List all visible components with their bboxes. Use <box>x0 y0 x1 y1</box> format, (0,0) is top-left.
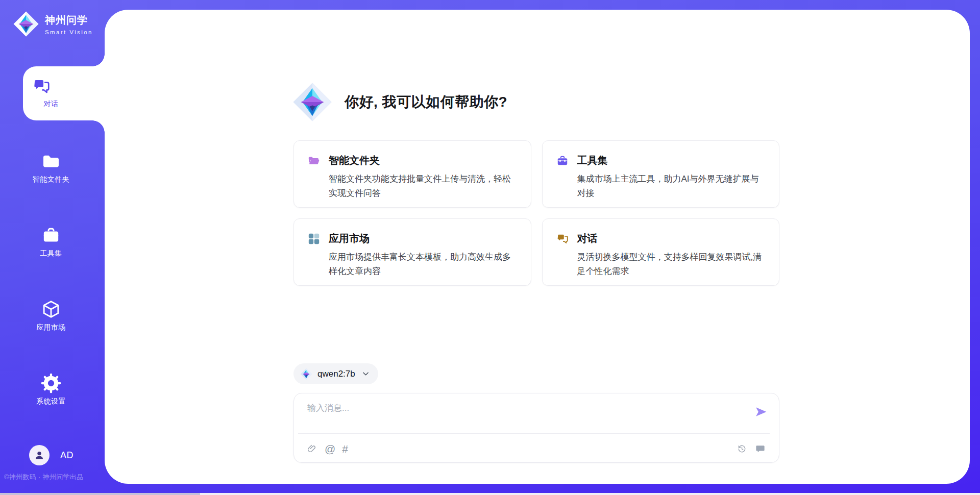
card-smart-folder[interactable]: 智能文件夹 智能文件夹功能支持批量文件上传与清洗，轻松实现文件问答 <box>293 140 531 208</box>
card-title: 工具集 <box>577 154 767 167</box>
chat-icon <box>556 232 569 245</box>
paperclip-icon[interactable] <box>307 443 318 455</box>
card-toolset[interactable]: 工具集 集成市场上主流工具，助力AI与外界无缝扩展与对接 <box>542 140 780 208</box>
greeting-block: 你好, 我可以如何帮助你? <box>292 82 507 122</box>
sidebar-item-settings[interactable]: 系统设置 <box>23 373 79 406</box>
chat-bubble-icon[interactable] <box>755 443 766 455</box>
user-profile[interactable]: AD <box>29 445 74 465</box>
card-desc: 灵活切换多模型文件，支持多样回复效果调试,满足个性化需求 <box>577 250 767 279</box>
sidebar-item-label: 工具集 <box>23 249 79 258</box>
sidebar-item-toolset[interactable]: 工具集 <box>23 225 79 258</box>
sidebar-item-label: 系统设置 <box>23 397 79 406</box>
model-selector[interactable]: qwen2:7b <box>293 363 378 384</box>
sidebar-item-label: 对话 <box>23 100 79 109</box>
brand: 神州问学 Smart Vision <box>13 11 93 37</box>
diamond-logo-icon <box>13 11 39 37</box>
scrollbar-thumb[interactable] <box>0 493 200 495</box>
copyright-note: ©神州数码 · 神州问学出品 <box>4 473 83 482</box>
grid-icon <box>307 232 321 245</box>
chat-icon <box>32 77 51 96</box>
composer-divider <box>298 433 770 434</box>
card-title: 智能文件夹 <box>329 154 519 167</box>
sidebar: 神州问学 Smart Vision 对话 智能文件夹 工具集 应用市场 系统设置 <box>0 0 105 495</box>
hash-icon[interactable]: # <box>342 443 348 455</box>
model-name: qwen2:7b <box>317 369 355 379</box>
feature-cards: 智能文件夹 智能文件夹功能支持批量文件上传与清洗，轻松实现文件问答 工具集 集成… <box>293 140 779 286</box>
brand-subtitle: Smart Vision <box>45 29 93 35</box>
card-title: 对话 <box>577 232 767 245</box>
composer-toolbar: @ # <box>307 440 766 458</box>
sidebar-item-chat[interactable]: 对话 <box>23 66 109 120</box>
sidebar-item-smart-folder[interactable]: 智能文件夹 <box>23 151 79 184</box>
diamond-logo-icon <box>300 368 312 380</box>
toolbox-icon <box>556 154 569 167</box>
card-title: 应用市场 <box>329 232 519 245</box>
avatar <box>29 445 50 465</box>
cube-icon <box>41 299 61 319</box>
card-desc: 智能文件夹功能支持批量文件上传与清洗，轻松实现文件问答 <box>329 172 519 201</box>
diamond-logo-icon <box>292 82 333 122</box>
sidebar-item-app-market[interactable]: 应用市场 <box>23 299 79 332</box>
app-window: 神州问学 Smart Vision 对话 智能文件夹 工具集 应用市场 系统设置 <box>0 0 980 495</box>
card-desc: 集成市场上主流工具，助力AI与外界无缝扩展与对接 <box>577 172 767 201</box>
history-icon[interactable] <box>737 443 748 455</box>
card-chat[interactable]: 对话 灵活切换多模型文件，支持多样回复效果调试,满足个性化需求 <box>542 218 780 286</box>
chevron-down-icon <box>361 369 370 378</box>
card-desc: 应用市场提供丰富长文本模板，助力高效生成多样化文章内容 <box>329 250 519 279</box>
sidebar-item-label: 智能文件夹 <box>23 175 79 184</box>
message-composer: @ # <box>293 393 779 463</box>
user-name: AD <box>60 450 74 461</box>
folder-icon <box>41 151 61 171</box>
person-icon <box>33 449 45 461</box>
send-icon <box>754 405 768 419</box>
message-input[interactable] <box>307 402 736 430</box>
gear-icon <box>41 373 61 393</box>
toolbox-icon <box>41 225 61 245</box>
card-app-market[interactable]: 应用市场 应用市场提供丰富长文本模板，助力高效生成多样化文章内容 <box>293 218 531 286</box>
send-button[interactable] <box>754 405 768 419</box>
horizontal-scrollbar[interactable] <box>0 493 980 495</box>
brand-name: 神州问学 <box>45 13 93 27</box>
greeting-title: 你好, 我可以如何帮助你? <box>345 92 507 112</box>
at-sign-icon[interactable]: @ <box>325 443 335 455</box>
folder-open-icon <box>307 154 321 167</box>
sidebar-item-label: 应用市场 <box>23 323 79 332</box>
